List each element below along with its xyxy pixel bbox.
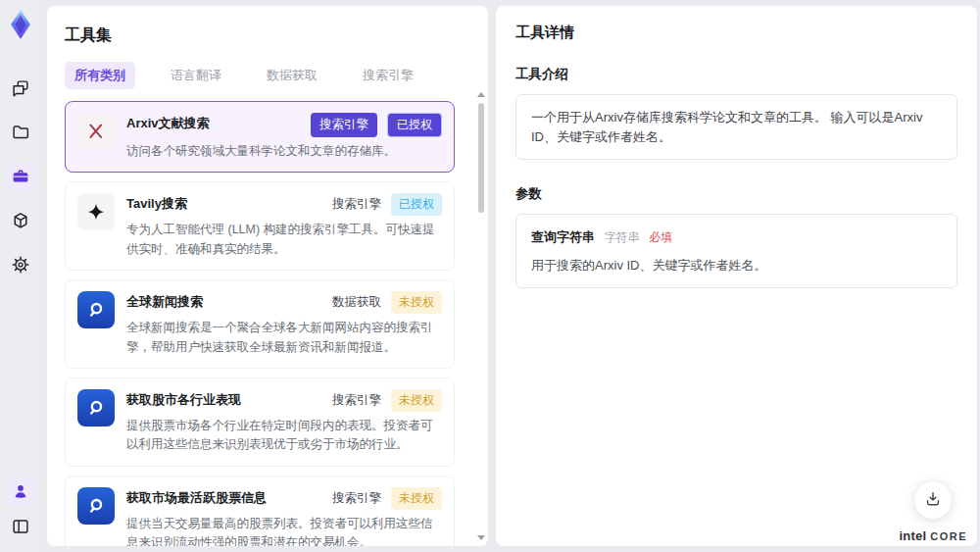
tools-panel: 工具集 所有类别语言翻译数据获取搜索引擎 Arxiv文献搜索 搜索引擎 已授权 … — [47, 6, 488, 546]
tool-badges: 搜索引擎 未授权 — [332, 487, 442, 510]
sidebar-item-files[interactable] — [6, 119, 35, 148]
tool-name: 全球新闻搜索 — [126, 291, 203, 311]
sidebar-item-settings[interactable] — [6, 251, 35, 280]
param-required-badge: 必填 — [649, 230, 672, 244]
sidebar-item-collapse[interactable] — [6, 513, 35, 542]
tool-name: Tavily搜索 — [126, 193, 187, 213]
tool-description: 访问各个研究领域大量科学论文和文章的存储库。 — [126, 142, 442, 161]
sidebar-item-profile[interactable] — [6, 477, 35, 507]
sidebar-item-chat[interactable] — [6, 75, 35, 104]
tool-description: 专为人工智能代理 (LLM) 构建的搜索引擎工具。可快速提供实时、准确和真实的结… — [126, 221, 442, 259]
tool-list-item[interactable]: Tavily搜索 搜索引擎 已授权 专为人工智能代理 (LLM) 构建的搜索引擎… — [65, 181, 455, 271]
tool-list-item[interactable]: Arxiv文献搜索 搜索引擎 已授权 访问各个研究领域大量科学论文和文章的存储库… — [65, 101, 455, 173]
param-type: 字符串 — [605, 230, 640, 244]
gear-icon — [10, 254, 31, 278]
app-window: 工具集 所有类别语言翻译数据获取搜索引擎 Arxiv文献搜索 搜索引擎 已授权 … — [0, 0, 980, 552]
page-title: 工具集 — [65, 25, 468, 46]
search-icon — [85, 299, 107, 321]
tool-name: 获取市场最活跃股票信息 — [126, 487, 267, 507]
scroll-down-arrow-icon[interactable] — [477, 535, 485, 540]
tool-list-item[interactable]: 获取股市各行业表现 搜索引擎 未授权 提供股票市场各个行业在特定时间段内的表现。… — [65, 377, 455, 467]
brand-intel: intel — [899, 528, 926, 543]
user-icon — [11, 481, 30, 504]
param-card: 查询字符串 字符串 必填 用于搜索的Arxiv ID、关键字或作者姓名。 — [515, 214, 957, 288]
tab-3[interactable]: 搜索引擎 — [353, 62, 423, 89]
tool-category-tag: 搜索引擎 — [311, 113, 377, 137]
tool-body: 获取市场最活跃股票信息 搜索引擎 未授权 提供当天交易量最高的股票列表。投资者可… — [126, 487, 442, 546]
tool-auth-badge: 未授权 — [391, 389, 442, 412]
sparkle-icon — [86, 202, 106, 222]
tool-description: 提供股票市场各个行业在特定时间段内的表现。投资者可以利用这些信息来识别表现优于或… — [126, 417, 442, 455]
gem-logo-icon — [6, 9, 35, 40]
tool-list-item[interactable]: 全球新闻搜索 数据获取 未授权 全球新闻搜索是一个聚合全球各大新闻网站内容的搜索… — [65, 279, 455, 369]
tool-category-tag: 搜索引擎 — [332, 392, 381, 409]
tool-icon — [77, 193, 115, 230]
tool-badges: 数据获取 未授权 — [332, 291, 442, 314]
scrollbar-thumb[interactable] — [478, 103, 484, 213]
tool-auth-badge: 未授权 — [391, 291, 442, 314]
tool-auth-badge: 已授权 — [391, 193, 442, 216]
corner-widgets: intelcore — [899, 480, 967, 544]
list-scrollbar[interactable] — [476, 92, 485, 540]
chat-icon — [10, 77, 31, 102]
tool-intro-text: 一个用于从Arxiv存储库搜索科学论文和文章的工具。 输入可以是Arxiv ID… — [515, 94, 957, 160]
tool-auth-badge: 未授权 — [391, 487, 442, 510]
tool-icon — [77, 291, 115, 328]
tool-list-item[interactable]: 获取市场最活跃股票信息 搜索引擎 未授权 提供当天交易量最高的股票列表。投资者可… — [65, 476, 455, 546]
sidebar-item-tools[interactable] — [6, 163, 35, 192]
briefcase-icon — [10, 166, 31, 190]
details-panel: 工具详情 工具介绍 一个用于从Arxiv存储库搜索科学论文和文章的工具。 输入可… — [496, 6, 977, 546]
intro-heading: 工具介绍 — [515, 66, 957, 83]
sidebar-nav — [6, 75, 35, 280]
tool-auth-badge: 已授权 — [387, 113, 442, 137]
tool-icon — [77, 113, 115, 150]
details-title: 工具详情 — [515, 24, 957, 42]
tab-1[interactable]: 语言翻译 — [161, 62, 231, 89]
download-button[interactable] — [913, 480, 953, 520]
tool-category-tag: 数据获取 — [332, 294, 381, 311]
download-icon — [923, 489, 943, 512]
tool-icon — [77, 487, 115, 525]
tool-category-tag: 搜索引擎 — [332, 196, 381, 213]
tool-badges: 搜索引擎 已授权 — [332, 193, 442, 216]
scroll-up-arrow-icon[interactable] — [477, 92, 485, 97]
sidebar-item-models[interactable] — [6, 207, 35, 236]
tool-body: Tavily搜索 搜索引擎 已授权 专为人工智能代理 (LLM) 构建的搜索引擎… — [126, 193, 442, 259]
param-name: 查询字符串 — [531, 229, 595, 244]
tool-badges: 搜索引擎 已授权 — [311, 113, 442, 137]
brand-core: core — [930, 530, 967, 542]
folder-icon — [10, 122, 31, 146]
arxiv-icon — [85, 121, 107, 142]
tool-category-tag: 搜索引擎 — [332, 490, 381, 507]
tool-body: 获取股市各行业表现 搜索引擎 未授权 提供股票市场各个行业在特定时间段内的表现。… — [126, 389, 442, 455]
tab-2[interactable]: 数据获取 — [257, 62, 327, 89]
search-icon — [85, 495, 107, 517]
layout-panel-icon — [10, 516, 31, 540]
tool-description: 全球新闻搜索是一个聚合全球各大新闻网站内容的搜索引擎，帮助用户快速获取全球最新资… — [126, 319, 442, 357]
app-logo — [5, 8, 36, 41]
param-header: 查询字符串 字符串 必填 — [531, 227, 942, 247]
tool-list: Arxiv文献搜索 搜索引擎 已授权 访问各个研究领域大量科学论文和文章的存储库… — [65, 101, 468, 546]
category-tabs: 所有类别语言翻译数据获取搜索引擎 — [65, 62, 468, 89]
tool-body: 全球新闻搜索 数据获取 未授权 全球新闻搜索是一个聚合全球各大新闻网站内容的搜索… — [126, 291, 442, 357]
intel-core-logo: intelcore — [899, 527, 967, 544]
cube-icon — [10, 210, 31, 234]
param-description: 用于搜索的Arxiv ID、关键字或作者姓名。 — [531, 256, 942, 276]
tool-body: Arxiv文献搜索 搜索引擎 已授权 访问各个研究领域大量科学论文和文章的存储库… — [126, 113, 442, 161]
tool-description: 提供当天交易量最高的股票列表。投资者可以利用这些信息来识别流动性强的股票和潜在的… — [126, 515, 442, 546]
search-icon — [85, 397, 107, 419]
params-heading: 参数 — [515, 185, 957, 203]
tool-name: 获取股市各行业表现 — [126, 389, 241, 409]
tool-badges: 搜索引擎 未授权 — [332, 389, 442, 412]
tool-name: Arxiv文献搜索 — [126, 113, 210, 132]
tool-icon — [77, 389, 115, 427]
tab-0[interactable]: 所有类别 — [65, 62, 135, 89]
sidebar — [0, 0, 41, 552]
sidebar-bottom — [6, 477, 35, 542]
